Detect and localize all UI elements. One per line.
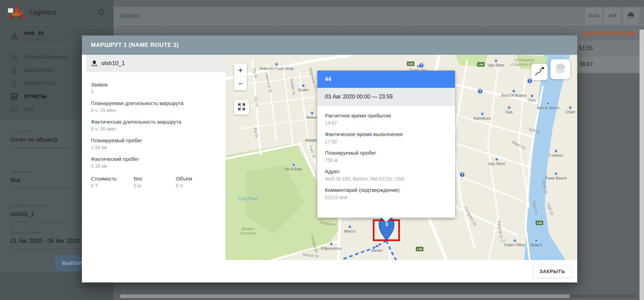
zoom-out-button[interactable]: − [234,77,247,90]
vertical-scrollbar[interactable] [640,30,644,300]
orders-toolbar: Заявки .XLSX .PDF [114,7,644,25]
app-title: Logistics [30,9,93,16]
export-pdf-button[interactable]: .PDF [604,8,621,24]
stat-orders: Заявок 3 [91,82,219,94]
map-layers-button[interactable] [550,59,570,79]
table-cell-time: 38:07 [579,61,593,68]
sidebar-item-label: ЧАТ [24,107,34,112]
table-cell-time: 51:55 [579,45,593,51]
user-icon [10,32,19,40]
layers-icon [553,62,568,77]
route-map[interactable]: Tedeschi Food ShopRidgeway LnJoy StHanco… [225,55,577,260]
stat-volume: Объем 0 V [176,176,219,188]
sidebar-item-label: ОТЧЕТЫ [24,94,47,99]
stop-popup-date: 03 Авг 2020 00:00 — 23:59 [317,88,455,106]
stat-cost: Стоимость 0 Т [91,176,134,188]
route-details-modal: МАРШРУТ 1 (NAME ROUTE 2) olsh10_1 Заявок… [82,35,577,282]
popup-field-planned-mileage: Планируемый пробег 755 м [325,150,447,163]
popup-field-actual-time: Фактическое время выполнения 17:52 [325,131,447,144]
stat-planned-mileage: Планируемый пробег 1.55 км [91,137,219,150]
route-polyline-icon [534,66,545,79]
zoom-control: + − [234,64,247,90]
map-pin-icon [91,60,98,67]
popup-field-comment: Комментарий (подтверждение) 22222 text [325,187,447,200]
sidebar-item-label: ШАБЛОНЫ [24,68,53,73]
zoom-in-button[interactable]: + [234,64,247,77]
logistics-scooter-logo [7,6,25,19]
route-summary-panel: olsh10_1 Заявок 3 Планируемая длительнос… [82,55,225,260]
sidebar-item-label: МАРШРУТЫ [24,81,56,86]
reports-chart-icon [10,93,18,100]
modal-title: МАРШРУТ 1 (NAME ROUTE 2) [82,35,577,55]
column-header-deviation: ждения/отклонения [582,30,636,36]
horizontal-scrollbar[interactable] [120,294,636,298]
close-modal-button[interactable]: ЗАКРЫТЬ [533,265,572,278]
timezone: GMT +03:00 [24,37,49,42]
stat-planned-duration: Планируемая длительность маршрута 0 ч. 2… [91,100,219,113]
printer-icon [627,11,635,20]
modal-footer: ЗАКРЫТЬ [82,260,577,282]
fullscreen-icon [237,102,246,112]
stat-actual-duration: Фактическая длительность маршрута 0 ч. 0… [91,119,219,132]
stat-weight: Вес 0 кг [134,176,176,188]
stop-info-popup: 44 03 Авг 2020 00:00 — 23:59 Расчетное в… [317,71,455,218]
popup-field-address: Адрес Arch St 103, Boston, MA 02110, USA [325,168,447,182]
export-xlsx-button[interactable]: .XLSX [585,8,602,24]
route-object-name: olsh10_1 [101,60,125,67]
calendar-icon [10,53,18,61]
routes-pin-icon [10,80,18,87]
fullscreen-button[interactable] [234,100,249,115]
route-object-header: olsh10_1 [86,55,225,72]
sidebar-item-label: ПЛАНИРОВАНИЕ [24,54,68,60]
route-track-toggle-button[interactable] [531,64,548,80]
stat-actual-mileage: Фактический пробег 0.18 км [91,156,219,169]
chat-icon [10,106,18,113]
notifications-bell-icon[interactable] [98,8,105,17]
username: olsh_10 [24,30,49,36]
horizontal-scrollbar-thumb[interactable] [120,294,570,298]
popup-field-eta: Расчетное время прибытия 14:57 [325,113,447,126]
page-title: Заявки [119,12,583,19]
marker-highlight-box [373,219,400,241]
template-icon [10,66,18,74]
print-button[interactable] [623,8,639,24]
stop-popup-title: 44 [317,71,455,88]
